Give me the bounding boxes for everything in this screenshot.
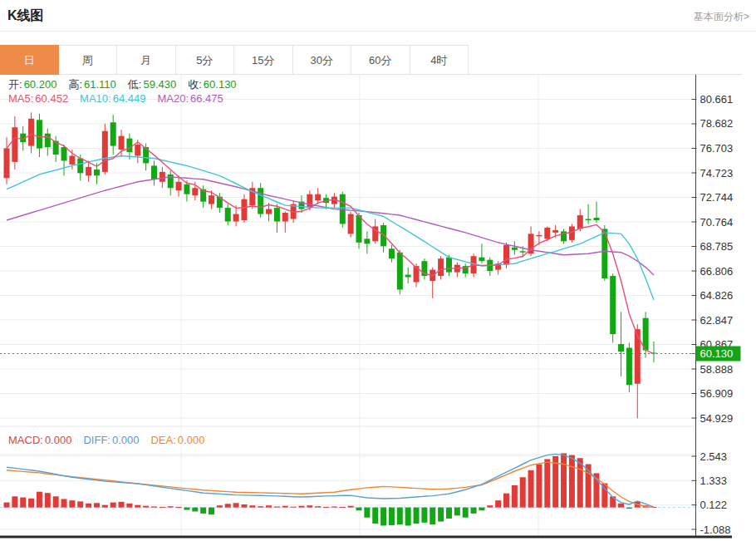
candle (4, 149, 10, 179)
axis-tick-label: -1.088 (700, 524, 731, 536)
macd-bar (356, 508, 362, 511)
candle (266, 209, 272, 214)
candle (12, 127, 17, 162)
macd-bar (397, 508, 403, 525)
candle (626, 348, 632, 386)
candle (315, 194, 321, 200)
macd-bar (241, 504, 247, 508)
macd-bar (512, 485, 518, 508)
macd-bar (438, 508, 444, 522)
candle (503, 245, 509, 265)
macd-bar (151, 506, 157, 507)
macd-bar (143, 506, 149, 508)
macd-bar (233, 503, 239, 507)
candle (397, 253, 403, 290)
macd-bar (454, 508, 460, 516)
candle (151, 165, 157, 179)
macd-bar (225, 504, 231, 507)
macd-bar (446, 508, 452, 519)
macd-bar (561, 453, 567, 507)
macd-bar (307, 505, 312, 507)
macd-bar (12, 496, 17, 507)
macd-bar (135, 505, 140, 508)
candle (618, 344, 624, 352)
axis-tick-label: 62.847 (700, 314, 734, 327)
candle (274, 208, 280, 221)
candle (241, 199, 247, 220)
macd-bar (544, 459, 550, 507)
macd-bar (184, 508, 189, 510)
macd-bar (372, 508, 378, 524)
axis-tick-label: 64.826 (700, 289, 734, 302)
candle (184, 184, 189, 194)
candle (77, 158, 83, 173)
macd-bar (414, 508, 420, 524)
candle (258, 188, 263, 214)
ma20-line (7, 177, 654, 275)
macd-bar (405, 508, 411, 526)
macd-bar (315, 506, 321, 507)
axis-tick-label: 72.744 (700, 191, 734, 204)
macd-bar (20, 498, 26, 508)
candle (110, 122, 116, 145)
candle (405, 275, 411, 278)
macd-bar (274, 506, 280, 507)
macd-item: MACD:0.000 (8, 434, 71, 446)
macd-bar (503, 494, 509, 508)
candle (37, 120, 42, 148)
candle (348, 214, 354, 234)
macd-bar (217, 505, 223, 507)
candle (479, 258, 484, 261)
axis-tick-label: 78.682 (700, 117, 734, 130)
macd-bar (626, 508, 632, 509)
axis-tick-label: 80.661 (700, 93, 734, 106)
macd-bar (53, 496, 59, 507)
macd-bar (323, 507, 329, 508)
ohlc-item: 低:59.430 (128, 78, 176, 91)
axis-tick-label: 0.122 (700, 499, 728, 511)
ma-item: MA20:66.475 (157, 92, 223, 105)
macd-item: DEA:0.000 (150, 434, 204, 446)
current-price-label: 60.130 (700, 347, 734, 360)
macd-bar (430, 508, 435, 525)
candle (577, 215, 583, 229)
axis-tick-label: 76.703 (700, 142, 734, 155)
macd-bar (37, 492, 42, 508)
ohlc-item: 高:61.110 (68, 78, 115, 91)
axis-tick-label: 70.764 (700, 216, 734, 229)
macd-bar (258, 506, 263, 507)
candle (176, 182, 182, 190)
macd-bar (160, 507, 165, 508)
axis-tick-label: 68.785 (700, 240, 734, 253)
candle (446, 258, 452, 273)
axis-tick-label: 66.806 (700, 265, 734, 278)
ma-legend: MA5:60.452MA10:64.449MA20:66.475 (8, 92, 235, 105)
macd-bar (69, 500, 75, 507)
candle (536, 235, 542, 236)
candle (438, 258, 444, 276)
macd-bar (200, 508, 206, 514)
ohlc-legend: 开:60.200高:61.110低:59.430收:60.130 (8, 77, 248, 92)
macd-bar (364, 508, 370, 518)
macd-bar (618, 504, 624, 508)
candle (61, 147, 67, 160)
candle (119, 136, 125, 150)
ohlc-item: 收:60.130 (188, 78, 236, 91)
candle (69, 155, 75, 164)
candle (512, 248, 518, 250)
candle (635, 329, 641, 384)
candle (94, 170, 100, 175)
candles (4, 112, 657, 418)
candle (192, 188, 198, 195)
macd-bar (495, 500, 501, 507)
candle (225, 208, 231, 221)
macd-bar (110, 503, 116, 508)
axis-tick-label: 74.723 (700, 167, 734, 180)
macd-bar (61, 499, 67, 507)
ma-item: MA10:64.449 (80, 92, 145, 105)
candle (520, 251, 526, 252)
macd-bar (209, 508, 214, 514)
macd-item: DIFF:0.000 (83, 434, 139, 446)
macd-histogram (4, 453, 657, 525)
candle (45, 134, 51, 147)
